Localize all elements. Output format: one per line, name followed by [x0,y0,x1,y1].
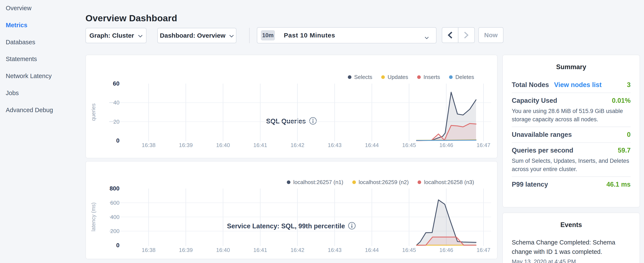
event-timestamp: May 13, 2020 at 4:45 PM [512,258,630,263]
events-panel: Events Schema Change Completed: Schema c… [502,212,640,263]
svg-text:0: 0 [116,242,120,248]
sidebar: OverviewMetricsDatabasesStatementsNetwor… [0,0,86,263]
summary-row-value: 0.01% [612,97,630,105]
chevron-down-icon [424,34,429,41]
svg-text:16:42: 16:42 [290,247,304,253]
chevron-down-icon [138,32,143,39]
svg-text:20: 20 [113,119,120,125]
now-button[interactable]: Now [478,27,504,43]
svg-text:600: 600 [110,200,120,206]
summary-rows: Total NodesView nodes list3Capacity Used… [503,77,640,192]
summary-row-label: P99 latency [512,181,548,188]
summary-row-label: Queries per second [512,147,573,154]
sql-queries-chart-card: SQL Queries SelectsUpdatesInsertsDeletes… [86,55,498,158]
svg-text:queries: queries [90,103,96,121]
svg-text:400: 400 [110,214,120,220]
graph-scope-dropdown-label: Graph: Cluster [89,32,134,39]
events-list: Schema Change Completed: Schema change w… [503,238,640,263]
svg-text:800: 800 [110,185,120,192]
summary-panel: Summary Total NodesView nodes list3Capac… [502,55,640,207]
summary-row: P99 latency46.1 ms [512,177,630,192]
time-range-label: Past 10 Minutes [284,32,335,39]
summary-row-description: Sum of Selects, Updates, Inserts, and De… [512,157,630,173]
sidebar-item-metrics[interactable]: Metrics [6,21,28,29]
summary-row: Queries per second59.7Sum of Selects, Up… [512,143,630,177]
summary-row-label: Total Nodes [512,81,549,89]
page-title: Overview Dashboard [86,13,177,24]
dashboard-dropdown[interactable]: Dashboard: Overview [157,28,236,43]
svg-text:16:47: 16:47 [476,142,490,148]
svg-text:16:38: 16:38 [142,247,156,253]
summary-row-label: Unavailable ranges [512,131,572,139]
chevron-down-icon [229,32,234,39]
summary-row: Unavailable ranges0 [512,127,630,143]
summary-row-value: 0 [627,131,630,139]
svg-text:16:43: 16:43 [328,142,342,148]
view-nodes-list-link[interactable]: View nodes list [554,81,602,89]
summary-row-value: 46.1 ms [606,181,630,188]
time-step-button-group [442,27,475,43]
svg-text:16:39: 16:39 [179,142,193,148]
svg-text:16:39: 16:39 [179,247,193,253]
service-latency-chart-card: Service Latency: SQL, 99th percentile lo… [86,161,498,259]
svg-text:200: 200 [110,228,120,234]
sidebar-item-statements[interactable]: Statements [6,55,37,63]
graph-scope-dropdown[interactable]: Graph: Cluster [86,28,146,43]
time-range-badge: 10m [261,30,275,41]
time-step-forward-button[interactable] [458,28,474,43]
time-step-back-button[interactable] [442,28,458,43]
svg-text:16:40: 16:40 [216,247,230,253]
svg-text:16:41: 16:41 [253,247,267,253]
sql-queries-chart-plot[interactable]: 16:3816:3916:4016:4116:4216:4316:4416:45… [86,55,498,159]
summary-row-description: You are using 28.6 MiB of 515.9 GiB usab… [512,107,630,124]
svg-text:0: 0 [116,137,120,144]
time-range-dropdown[interactable]: 10m Past 10 Minutes [257,27,436,43]
svg-text:60: 60 [113,80,120,87]
toolbar-divider [249,28,250,43]
svg-text:16:41: 16:41 [253,142,267,148]
event-message: Schema Change Completed: Schema change w… [512,238,630,256]
summary-row-value: 3 [627,81,630,89]
svg-text:16:38: 16:38 [142,142,156,148]
sidebar-item-overview[interactable]: Overview [6,4,32,12]
svg-text:16:42: 16:42 [290,142,304,148]
svg-text:16:47: 16:47 [476,247,490,253]
dashboard-dropdown-label: Dashboard: Overview [160,32,225,39]
sidebar-item-network-latency[interactable]: Network Latency [6,72,52,80]
summary-row: Capacity Used0.01%You are using 28.6 MiB… [512,93,630,127]
sidebar-item-databases[interactable]: Databases [6,38,35,46]
svg-text:16:45: 16:45 [402,142,416,148]
svg-text:16:46: 16:46 [439,247,453,253]
sidebar-item-jobs[interactable]: Jobs [6,89,19,97]
chevron-right-icon [464,32,468,39]
svg-text:40: 40 [113,99,120,106]
svg-text:16:43: 16:43 [328,247,342,253]
svg-text:16:45: 16:45 [402,247,416,253]
service-latency-chart-plot[interactable]: 16:3816:3916:4016:4116:4216:4316:4416:45… [86,161,498,259]
summary-row-label: Capacity Used [512,97,557,105]
summary-row-value: 59.7 [618,147,630,154]
events-panel-title: Events [503,213,640,229]
summary-row: Total NodesView nodes list3 [512,77,630,93]
svg-text:16:44: 16:44 [365,142,379,148]
chevron-left-icon [448,32,452,39]
summary-panel-title: Summary [503,55,640,71]
svg-text:16:44: 16:44 [365,247,379,253]
svg-text:16:40: 16:40 [216,142,230,148]
svg-text:16:46: 16:46 [439,142,453,148]
sidebar-item-advanced-debug[interactable]: Advanced Debug [6,106,53,114]
svg-text:latency (ms): latency (ms) [90,202,96,231]
